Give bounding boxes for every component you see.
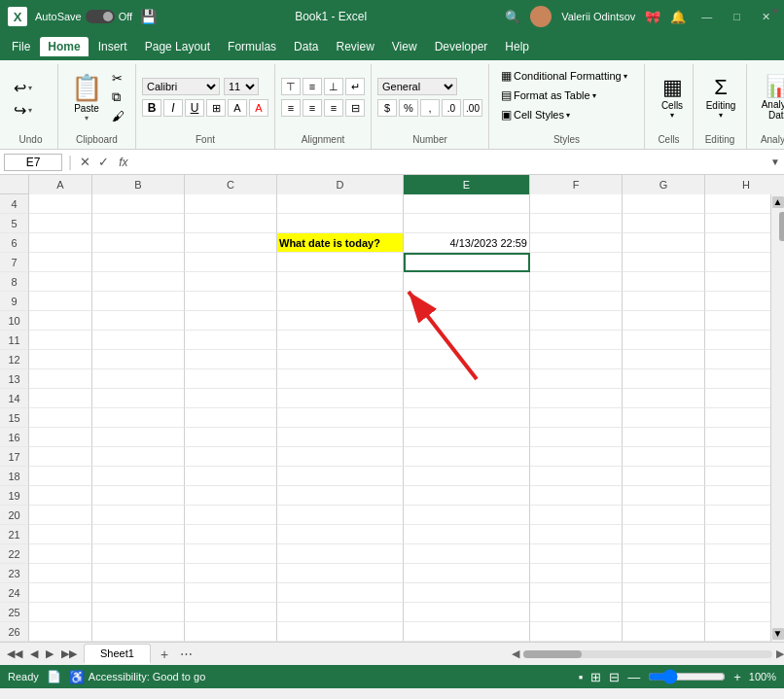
- cells-button[interactable]: ▦ Cells ▾: [651, 68, 694, 126]
- cell-B12[interactable]: [92, 350, 185, 369]
- horizontal-scrollbar[interactable]: ◀ ▶: [512, 647, 784, 660]
- cell-F13[interactable]: [530, 369, 623, 389]
- cell-E4[interactable]: [404, 194, 530, 214]
- cell-reference-input[interactable]: E7: [4, 154, 62, 171]
- cell-G25[interactable]: [623, 603, 705, 622]
- percent-button[interactable]: %: [399, 99, 418, 117]
- row-number-14[interactable]: 14: [0, 389, 29, 408]
- row-number-11[interactable]: 11: [0, 331, 29, 350]
- row-number-21[interactable]: 21: [0, 525, 29, 544]
- increase-decimal-button[interactable]: .00: [463, 99, 482, 117]
- cell-G17[interactable]: [623, 447, 705, 467]
- cell-C5[interactable]: [185, 214, 277, 233]
- cell-F20[interactable]: [530, 506, 623, 525]
- menu-item-home[interactable]: Home: [40, 37, 88, 56]
- cell-B11[interactable]: [92, 331, 185, 350]
- col-header-E[interactable]: E: [404, 175, 530, 194]
- sheet-options-button[interactable]: ⋯: [180, 647, 193, 661]
- normal-view-button[interactable]: ▪: [579, 670, 584, 684]
- align-right-button[interactable]: ≡: [324, 99, 343, 117]
- hscroll-left-button[interactable]: ◀: [512, 647, 519, 660]
- cell-A5[interactable]: [29, 214, 92, 233]
- cell-H25[interactable]: [705, 603, 770, 622]
- row-number-18[interactable]: 18: [0, 467, 29, 486]
- cell-D14[interactable]: [277, 389, 404, 408]
- cell-H24[interactable]: [705, 583, 770, 603]
- paste-button[interactable]: 📋 Paste ▾: [64, 71, 109, 124]
- align-center-button[interactable]: ≡: [303, 99, 322, 117]
- cell-B24[interactable]: [92, 583, 185, 603]
- cell-B19[interactable]: [92, 486, 185, 506]
- add-sheet-button[interactable]: +: [153, 644, 176, 665]
- col-header-D[interactable]: D: [277, 175, 404, 194]
- cell-F19[interactable]: [530, 486, 623, 506]
- cell-B6[interactable]: [92, 233, 185, 253]
- cell-A7[interactable]: [29, 253, 92, 272]
- conditional-formatting-button[interactable]: ▦ Conditional Formatting ▾: [495, 67, 633, 85]
- cell-G16[interactable]: [623, 428, 705, 447]
- cell-E10[interactable]: [404, 311, 530, 331]
- expand-ribbon-button[interactable]: ▼: [770, 4, 780, 17]
- cell-C22[interactable]: [185, 544, 277, 564]
- cell-A16[interactable]: [29, 428, 92, 447]
- cell-G20[interactable]: [623, 506, 705, 525]
- cell-B23[interactable]: [92, 564, 185, 583]
- cell-F25[interactable]: [530, 603, 623, 622]
- col-header-B[interactable]: B: [92, 175, 185, 194]
- cell-F8[interactable]: [530, 272, 623, 292]
- cell-F9[interactable]: [530, 292, 623, 311]
- cell-H9[interactable]: [705, 292, 770, 311]
- cell-F6[interactable]: [530, 233, 623, 253]
- currency-button[interactable]: $: [377, 99, 397, 117]
- row-number-6[interactable]: 6: [0, 233, 29, 253]
- hscroll-thumb[interactable]: [523, 650, 582, 658]
- scroll-thumb[interactable]: [779, 212, 785, 241]
- cell-H20[interactable]: [705, 506, 770, 525]
- cell-A26[interactable]: [29, 622, 92, 642]
- cell-E25[interactable]: [404, 603, 530, 622]
- cell-B10[interactable]: [92, 311, 185, 331]
- italic-button[interactable]: I: [163, 99, 183, 117]
- underline-button[interactable]: U: [185, 99, 204, 117]
- cell-E16[interactable]: [404, 428, 530, 447]
- formula-input[interactable]: [136, 156, 767, 169]
- cell-F5[interactable]: [530, 214, 623, 233]
- cell-D4[interactable]: [277, 194, 404, 214]
- cell-F10[interactable]: [530, 311, 623, 331]
- cell-F26[interactable]: [530, 622, 623, 642]
- row-number-12[interactable]: 12: [0, 350, 29, 369]
- cell-H15[interactable]: [705, 408, 770, 428]
- cell-B13[interactable]: [92, 369, 185, 389]
- cell-A22[interactable]: [29, 544, 92, 564]
- cell-A4[interactable]: [29, 194, 92, 214]
- row-number-9[interactable]: 9: [0, 292, 29, 311]
- menu-item-developer[interactable]: Developer: [427, 37, 496, 56]
- cell-D12[interactable]: [277, 350, 404, 369]
- sheet-nav-left-button[interactable]: ◀◀: [4, 646, 25, 662]
- cell-H26[interactable]: [705, 622, 770, 642]
- cell-H16[interactable]: [705, 428, 770, 447]
- cell-H6[interactable]: [705, 233, 770, 253]
- ribbon-icon[interactable]: 🎀: [645, 10, 660, 24]
- cell-G12[interactable]: [623, 350, 705, 369]
- cell-A25[interactable]: [29, 603, 92, 622]
- cell-E22[interactable]: [404, 544, 530, 564]
- cell-C25[interactable]: [185, 603, 277, 622]
- cell-A10[interactable]: [29, 311, 92, 331]
- cell-G15[interactable]: [623, 408, 705, 428]
- cell-D15[interactable]: [277, 408, 404, 428]
- cell-H12[interactable]: [705, 350, 770, 369]
- cell-C11[interactable]: [185, 331, 277, 350]
- menu-item-page layout[interactable]: Page Layout: [137, 37, 218, 56]
- cell-C21[interactable]: [185, 525, 277, 544]
- cell-G13[interactable]: [623, 369, 705, 389]
- page-layout-view-button[interactable]: ⊞: [590, 670, 601, 684]
- cell-F15[interactable]: [530, 408, 623, 428]
- formula-expand-button[interactable]: ▼: [770, 157, 780, 167]
- cell-B26[interactable]: [92, 622, 185, 642]
- cell-B22[interactable]: [92, 544, 185, 564]
- user-avatar[interactable]: [530, 6, 552, 27]
- format-as-table-button[interactable]: ▤ Format as Table ▾: [495, 87, 633, 104]
- cell-D13[interactable]: [277, 369, 404, 389]
- cancel-formula-button[interactable]: ✕: [78, 155, 92, 169]
